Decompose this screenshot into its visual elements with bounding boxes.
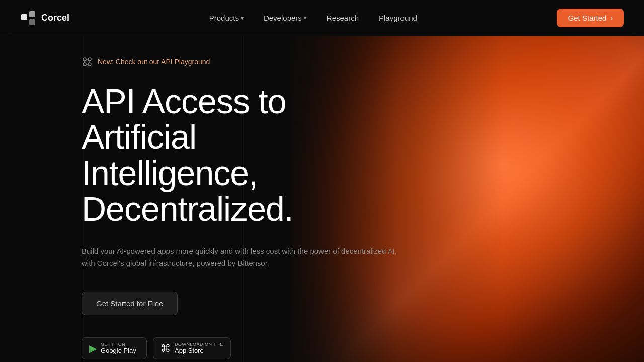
get-started-free-button[interactable]: Get Started for Free <box>82 292 178 315</box>
nav-item-research[interactable]: Research <box>318 10 367 26</box>
nav-item-playground[interactable]: Playground <box>371 10 425 26</box>
get-started-button[interactable]: Get Started › <box>557 9 624 27</box>
cta-arrow-icon: › <box>610 14 613 22</box>
svg-rect-2 <box>29 19 35 25</box>
logo[interactable]: Corcel <box>20 10 69 26</box>
products-chevron-icon: ▾ <box>241 15 244 21</box>
brand-name: Corcel <box>41 13 69 23</box>
nav-item-developers[interactable]: Developers ▾ <box>256 10 314 26</box>
api-icon <box>82 56 93 67</box>
hero-content: New: Check out our API Playground API Ac… <box>0 36 403 362</box>
announcement-text: New: Check out our API Playground <box>98 58 210 66</box>
svg-point-6 <box>88 63 91 66</box>
app-store-badge[interactable]: ⌘ Download on the App Store <box>153 337 231 359</box>
apple-icon: ⌘ <box>160 342 171 354</box>
store-badges: ▶ GET IT ON Google Play ⌘ Download on th… <box>82 337 403 359</box>
navbar: Corcel Products ▾ Developers ▾ Research … <box>0 0 644 36</box>
corcel-logo-icon <box>20 10 36 26</box>
nav-item-products[interactable]: Products ▾ <box>201 10 252 26</box>
svg-rect-1 <box>29 11 35 17</box>
hero-subtext: Build your AI-powered apps more quickly … <box>82 245 398 269</box>
google-play-badge[interactable]: ▶ GET IT ON Google Play <box>82 337 147 359</box>
hero-heading: API Access to Artificial Intelligence, D… <box>82 83 403 227</box>
svg-point-5 <box>83 63 86 66</box>
main-content: New: Check out our API Playground API Ac… <box>0 0 644 362</box>
google-play-icon: ▶ <box>89 342 97 354</box>
nav-links: Products ▾ Developers ▾ Research Playgro… <box>201 10 425 26</box>
announcement-badge[interactable]: New: Check out our API Playground <box>82 56 403 67</box>
svg-rect-0 <box>21 14 27 20</box>
svg-point-4 <box>88 58 91 61</box>
developers-chevron-icon: ▾ <box>304 15 306 21</box>
svg-point-3 <box>83 58 86 61</box>
